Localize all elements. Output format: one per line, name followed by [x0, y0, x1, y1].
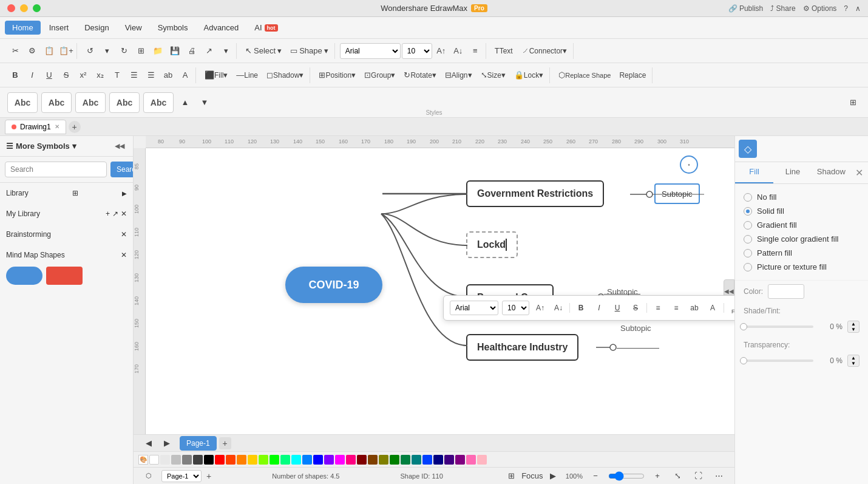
tt-bold-btn[interactable]: B [574, 301, 588, 315]
zoom-slider[interactable] [608, 471, 645, 481]
doc-tab[interactable]: Drawing1 ✕ [5, 120, 66, 134]
fill-gradient[interactable]: Gradient fill [744, 218, 860, 232]
redo-btn[interactable]: ↻ [116, 43, 132, 59]
my-library-header[interactable]: My Library + ↗ ✕ [6, 207, 127, 220]
rotate-btn[interactable]: ↻ Rotate ▾ [400, 67, 439, 83]
status-shape-btn[interactable]: ⬡ [141, 468, 157, 484]
color-violet[interactable] [324, 455, 334, 465]
solid-fill-radio[interactable] [744, 207, 752, 216]
format-painter-btn[interactable]: 🖌 Format Painter [728, 299, 734, 316]
color-lime[interactable] [259, 455, 268, 465]
pattern-fill-radio[interactable] [744, 249, 752, 257]
menu-home[interactable]: Home [5, 21, 41, 35]
brainstorming-close-icon[interactable]: ✕ [121, 230, 127, 239]
subtopic-government[interactable]: Subtopic [654, 183, 700, 204]
font-color-btn[interactable]: A [177, 67, 193, 83]
more-tb-btn[interactable]: ▾ [218, 43, 234, 59]
style-abc-1[interactable]: Abc [7, 92, 38, 113]
shape-item-blue[interactable] [6, 267, 42, 285]
lock-btn[interactable]: 🔒 Lock ▾ [510, 67, 547, 83]
rp-tab-fill[interactable]: Fill [735, 162, 773, 183]
status-play-btn[interactable]: ▶ [545, 468, 561, 484]
list2-btn[interactable]: ☰ [143, 67, 159, 83]
print-btn[interactable]: 🖨 [184, 43, 200, 59]
color-spring[interactable] [280, 455, 290, 465]
text-tool-btn[interactable]: T Text [491, 43, 517, 59]
publish-btn[interactable]: 🔗 Publish [728, 4, 764, 13]
color-yellow[interactable] [248, 455, 257, 465]
collapse-arrow[interactable]: ∧ [855, 4, 861, 13]
menu-view[interactable]: View [118, 21, 149, 35]
rp-blue-btn[interactable]: ◇ [739, 140, 757, 158]
status-focus-btn[interactable]: Focus [524, 468, 540, 484]
tt-size-increase[interactable]: A↑ [533, 301, 548, 315]
color-green[interactable] [270, 455, 279, 465]
rp-tab-line[interactable]: Line [773, 162, 812, 183]
size-btn[interactable]: ⤡ Size ▾ [477, 67, 509, 83]
style-abc-3[interactable]: Abc [75, 92, 106, 113]
select-btn[interactable]: ↖ Select ▾ [242, 43, 285, 59]
page-select[interactable]: Page-1 [161, 470, 202, 482]
fill-picture[interactable]: Picture or texture fill [744, 260, 860, 274]
maximize-button[interactable] [33, 4, 41, 12]
tt-strike-btn[interactable]: S [628, 301, 643, 315]
shape-item-red[interactable] [46, 267, 83, 285]
color-orange-red[interactable] [226, 455, 236, 465]
fill-solid[interactable]: Solid fill [744, 204, 860, 218]
open-btn[interactable]: 📁 [150, 43, 166, 59]
shadow-btn[interactable]: ◻ Shadow ▾ [263, 67, 307, 83]
tt-ab-btn[interactable]: ab [687, 301, 702, 315]
add-page-status-btn[interactable]: + [206, 471, 211, 481]
page-nav-left[interactable]: ◀ [141, 435, 157, 451]
styles-scroll-down[interactable]: ▼ [197, 95, 212, 111]
topic-healthcare-industry[interactable]: Healthcare Industry [466, 334, 578, 361]
color-silver[interactable] [171, 455, 181, 465]
menu-ai[interactable]: AI hot [247, 21, 285, 35]
font-size-decrease[interactable]: A↓ [450, 43, 466, 59]
close-library-icon[interactable]: ✕ [121, 210, 127, 218]
color-forest[interactable] [401, 455, 410, 465]
color-white[interactable] [149, 455, 159, 465]
color-darkgray[interactable] [193, 455, 203, 465]
menu-insert[interactable]: Insert [42, 21, 76, 35]
paste-special-btn[interactable]: 📋+ [58, 43, 74, 59]
share-btn[interactable]: ⤴ Share [770, 4, 795, 13]
minimize-button[interactable] [20, 4, 28, 12]
lower-btn[interactable]: ab [160, 67, 176, 83]
new-tab-btn[interactable]: + [69, 121, 81, 133]
export-btn[interactable]: ↗ [201, 43, 217, 59]
paste-btn[interactable]: 📋 [41, 43, 57, 59]
style-abc-2[interactable]: Abc [41, 92, 72, 113]
color-gray[interactable] [182, 455, 192, 465]
color-orange[interactable] [237, 455, 246, 465]
status-more-btn[interactable]: ⋯ [711, 468, 727, 484]
zoom-out-btn[interactable]: − [588, 468, 603, 484]
save-btn[interactable]: 💾 [167, 43, 183, 59]
search-input[interactable] [5, 162, 107, 177]
fill-btn[interactable]: ⬛ Fill ▾ [201, 67, 231, 83]
underline-btn[interactable]: U [41, 67, 57, 83]
styles-expand[interactable]: ⊞ [845, 95, 861, 111]
covid-center-node[interactable]: COVID-19 [285, 267, 382, 303]
add-library-icon[interactable]: + [106, 210, 110, 218]
brainstorming-header[interactable]: Brainstorming ✕ [6, 228, 127, 241]
color-rose[interactable] [346, 455, 356, 465]
sidebar-collapse-btn[interactable]: ◀◀ [112, 141, 127, 151]
single-gradient-radio[interactable] [744, 235, 752, 244]
color-olive[interactable] [379, 455, 388, 465]
topic-lockdown[interactable]: Lockd [466, 231, 518, 258]
add-page-btn[interactable]: + [219, 437, 231, 449]
color-black[interactable] [204, 455, 214, 465]
style-abc-4[interactable]: Abc [109, 92, 140, 113]
group-btn[interactable]: ⊡ Group ▾ [361, 67, 399, 83]
tt-font-select[interactable]: Arial [450, 301, 498, 315]
bold-btn[interactable]: B [7, 67, 23, 83]
color-magenta[interactable] [335, 455, 345, 465]
copy-btn[interactable]: ⚙ [24, 43, 40, 59]
rp-tab-shadow[interactable]: Shadow [812, 162, 850, 183]
canvas-container[interactable]: COVID-19 Government Restrictions Subtopi… [146, 148, 734, 434]
close-button[interactable] [7, 4, 15, 12]
color-brown[interactable] [368, 455, 378, 465]
topic-government-restrictions[interactable]: Government Restrictions [466, 180, 604, 207]
fit-page-btn[interactable]: ⤡ [670, 468, 686, 484]
